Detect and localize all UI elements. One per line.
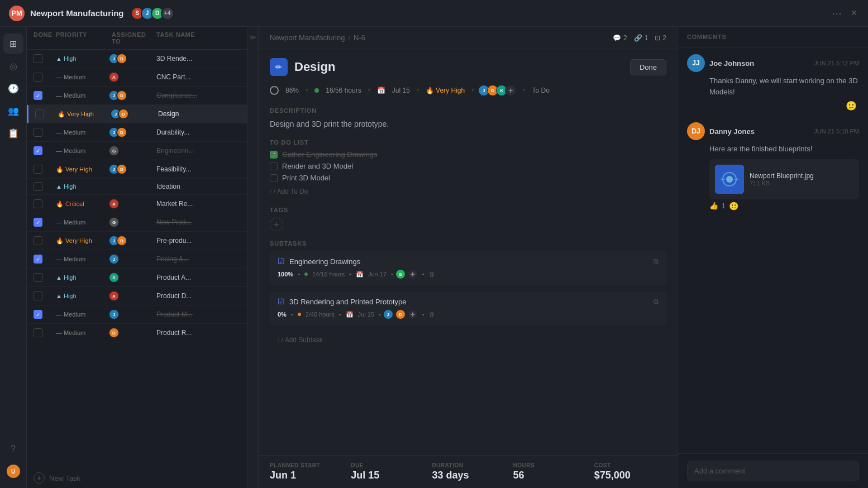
col-priority: PRIORITY xyxy=(56,31,112,45)
task-name: Product A... xyxy=(156,274,240,281)
add-subtask[interactable]: / / Add Subtask xyxy=(270,332,666,348)
sidebar-icon-activity[interactable]: ◎ xyxy=(3,56,23,76)
task-name: Compliance... xyxy=(156,92,240,99)
task-row[interactable]: — Medium G New Prod... xyxy=(27,213,247,232)
link-icon: 🔗 xyxy=(634,34,642,42)
sidebar-icon-user[interactable]: U xyxy=(3,461,23,481)
task-list-header: DONE PRIORITY ASSIGNED TO TASK NAME xyxy=(27,27,247,50)
task-checkbox[interactable] xyxy=(34,73,42,82)
add-subtask-assignee[interactable]: + xyxy=(408,309,418,319)
close-button[interactable]: × xyxy=(848,5,859,21)
done-button[interactable]: Done xyxy=(630,59,666,75)
task-checkbox[interactable] xyxy=(34,128,42,137)
sidebar-icon-grid[interactable]: ⊞ xyxy=(3,34,23,54)
assigned-avatars: J D xyxy=(112,90,156,101)
subtask-ext-link[interactable]: ⧉ xyxy=(654,298,659,305)
todo-item[interactable]: Gather Engineering Drawings xyxy=(270,150,666,159)
priority-badge: 🔥 Very High xyxy=(56,237,112,245)
add-task-row[interactable]: + New Task xyxy=(27,468,247,488)
task-checkbox[interactable] xyxy=(34,310,42,319)
footer-hours: HOURS 56 xyxy=(513,462,585,481)
task-checkbox[interactable] xyxy=(34,255,42,264)
task-row[interactable]: 🔥 Critical A Market Re... xyxy=(27,195,247,213)
task-checkbox[interactable] xyxy=(34,165,42,174)
hours-indicator xyxy=(304,272,308,276)
comment-input[interactable] xyxy=(687,461,859,481)
priority-badge: — Medium xyxy=(56,311,112,318)
task-row[interactable]: — Medium J Pricing &... xyxy=(27,250,247,269)
task-row[interactable]: — Medium J Product M... xyxy=(27,305,247,324)
task-checkbox[interactable] xyxy=(34,182,42,191)
tags-label: TAGS xyxy=(270,207,666,213)
sidebar-icon-help[interactable]: ? xyxy=(3,439,23,459)
meta-sep: • xyxy=(523,87,525,94)
add-assignee-button[interactable]: + xyxy=(505,85,516,96)
todo-item[interactable]: Render and 3D Model xyxy=(270,162,666,170)
subtask-ext-link[interactable]: ⧉ xyxy=(654,257,659,265)
task-checkbox[interactable] xyxy=(34,54,42,63)
delete-subtask[interactable]: 🗑 xyxy=(429,311,435,318)
add-todo[interactable]: / / Add To Do xyxy=(270,185,666,198)
sidebar: ⊞ ◎ 🕐 👥 📋 ? U xyxy=(0,27,27,488)
task-row[interactable]: 🔥 Very High J D Feasibility... xyxy=(27,160,247,179)
task-checkbox[interactable] xyxy=(34,91,42,100)
sidebar-icon-docs[interactable]: 📋 xyxy=(3,123,23,143)
todo-text: Gather Engineering Drawings xyxy=(282,150,378,159)
attachment-size: 711 KB xyxy=(750,180,814,186)
sidebar-icon-history[interactable]: 🕐 xyxy=(3,78,23,98)
task-checkbox[interactable] xyxy=(34,291,42,300)
task-name: Pricing &... xyxy=(156,255,240,263)
more-button[interactable]: ⋯ xyxy=(829,5,844,22)
team-avatars: S J D +4 xyxy=(134,7,174,20)
priority-display: 🔥 Very High xyxy=(426,87,465,94)
todo-checkbox[interactable] xyxy=(270,151,278,159)
emoji-reaction-btn[interactable]: 🙂 xyxy=(846,101,857,111)
collapse-toggle[interactable]: ≫ xyxy=(247,27,259,488)
task-row[interactable]: — Medium J D Durability... xyxy=(27,123,247,142)
task-checkbox[interactable] xyxy=(35,109,44,118)
comment-input-area xyxy=(678,453,868,488)
todo-item[interactable]: Print 3D Model xyxy=(270,174,666,182)
task-row[interactable]: — Medium J D Compliance... xyxy=(27,87,247,105)
meta-sep: • xyxy=(349,271,351,278)
task-checkbox[interactable] xyxy=(34,218,42,227)
subtask-assignee: G xyxy=(395,269,406,279)
sidebar-icon-team[interactable]: 👥 xyxy=(3,101,23,121)
meta-sep: • xyxy=(471,87,474,94)
meta-sep: • xyxy=(379,311,381,318)
task-row[interactable]: — Medium D Product R... xyxy=(27,324,247,342)
description-label: DESCRIPTION xyxy=(270,107,666,114)
task-checkbox[interactable] xyxy=(34,236,42,245)
breadcrumb-sep: / xyxy=(348,34,350,42)
add-task-label: New Task xyxy=(49,474,80,482)
task-checkbox[interactable] xyxy=(34,199,42,208)
task-row[interactable]: — Medium A CNC Part... xyxy=(27,68,247,87)
add-subtask-assignee[interactable]: + xyxy=(408,269,418,279)
task-checkbox[interactable] xyxy=(34,146,42,155)
assigned-avatars: J D xyxy=(112,53,156,64)
todo-checkbox[interactable] xyxy=(270,174,278,182)
task-row[interactable]: ▲ High Ideation xyxy=(27,179,247,195)
task-row[interactable]: ▲ High A Product D... xyxy=(27,287,247,305)
task-name: Engineerin... xyxy=(156,147,240,155)
subtask-due: Jun 17 xyxy=(368,271,387,278)
add-todo-icon: / xyxy=(270,188,274,195)
todo-checkbox[interactable] xyxy=(270,162,278,170)
task-icon-badge: ✏ xyxy=(270,58,288,76)
task-row-design[interactable]: 🔥 Very High J D Design xyxy=(27,105,247,123)
priority-badge: ▲ High xyxy=(56,293,112,299)
task-row[interactable]: ▲ High J D 3D Rende... xyxy=(27,50,247,68)
task-row[interactable]: ▲ High S Product A... xyxy=(27,269,247,287)
attachment-card[interactable]: Newport Blueprint.jpg 711 KB xyxy=(709,159,859,199)
add-tag-button[interactable]: + xyxy=(270,218,283,231)
task-checkbox[interactable] xyxy=(34,273,42,282)
task-row[interactable]: — Medium G Engineerin... xyxy=(27,142,247,160)
avatar: J xyxy=(108,253,120,265)
delete-subtask[interactable]: 🗑 xyxy=(429,271,435,278)
task-row[interactable]: 🔥 Very High J D Pre-produ... xyxy=(27,232,247,250)
col-done: DONE xyxy=(34,31,56,45)
add-reaction-button[interactable]: 🙂 xyxy=(729,202,738,210)
avatar: D xyxy=(118,108,129,119)
subtasks-list: ☑ Engineering Drawings ⧉ 100% • 14/16 ho… xyxy=(270,251,666,348)
task-checkbox[interactable] xyxy=(34,328,42,337)
